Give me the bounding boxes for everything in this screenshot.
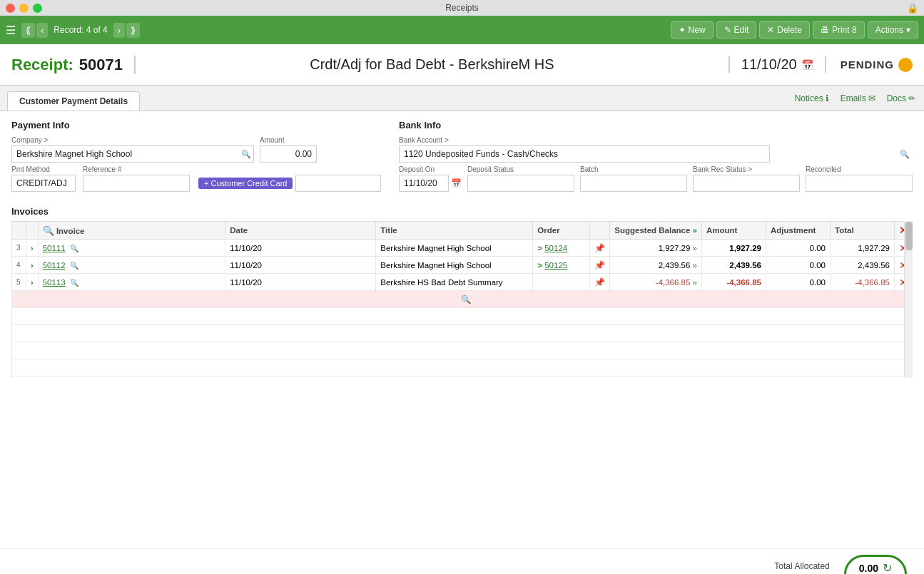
row-arrow[interactable]: ›: [26, 257, 39, 274]
credit-card-spacer: [198, 165, 381, 173]
search-row-num: [12, 291, 26, 308]
invoice-search-icon[interactable]: 🔍: [43, 225, 54, 236]
print-button[interactable]: 🖶 Print 8: [813, 21, 865, 39]
pmt-method-group: Pmt Method: [11, 165, 76, 192]
toolbar: ☰ ⟪ ‹ Record: 4 of 4 › ⟫ ✦ New ✎ Edit ✕ …: [0, 16, 924, 44]
nav-first-button[interactable]: ⟪: [21, 23, 35, 38]
bank-rec-input[interactable]: [693, 175, 800, 192]
bank-search-icon[interactable]: 🔍: [900, 150, 910, 159]
totals-circle: 0.00 ↻ 0.00: [844, 555, 907, 574]
row-num: 3: [12, 240, 26, 257]
adjustment-value[interactable]: 0.00: [766, 274, 831, 291]
batch-label: Batch: [580, 165, 687, 173]
credit-card-input[interactable]: [295, 175, 381, 192]
scrollbar-thumb[interactable]: [905, 222, 913, 250]
invoice-date: 11/10/20: [225, 257, 376, 274]
main-content: Payment Info Company > 🔍 Amount Pmt Meth…: [0, 111, 924, 548]
bank-account-input[interactable]: [399, 145, 770, 163]
edit-button[interactable]: ✎ Edit: [716, 21, 757, 39]
deposit-status-input[interactable]: [467, 175, 574, 192]
window-controls[interactable]: [6, 4, 42, 13]
row-arrow[interactable]: ›: [26, 240, 39, 257]
empty-row: [12, 359, 913, 376]
actions-button[interactable]: Actions ▾: [868, 21, 918, 39]
emails-icon: ✉: [868, 93, 875, 103]
adjustment-value[interactable]: 0.00: [766, 257, 831, 274]
bank-info-title: Bank Info: [399, 120, 913, 130]
hamburger-icon[interactable]: ☰: [6, 24, 16, 37]
credit-card-button[interactable]: + Customer Credit Card: [198, 178, 293, 189]
deposit-on-group: Deposit On 📅: [399, 165, 462, 192]
batch-input[interactable]: [580, 175, 687, 192]
nav-last-button[interactable]: ⟫: [126, 23, 140, 38]
table-header-row: 🔍 Invoice Date Title Order Suggested Bal…: [12, 222, 913, 240]
table-scrollbar[interactable]: [904, 221, 913, 378]
suggested-double-arrow[interactable]: »: [693, 226, 697, 235]
deposit-on-input[interactable]: [399, 175, 449, 192]
toolbar-actions: ✦ New ✎ Edit ✕ Delete 🖶 Print 8 Actions …: [671, 21, 918, 39]
maximize-button[interactable]: [33, 4, 42, 13]
new-icon: ✦: [679, 25, 686, 35]
invoice-pin[interactable]: 📌: [590, 257, 610, 274]
tab-customer-payment-details[interactable]: Customer Payment Details: [7, 91, 140, 111]
record-nav-next[interactable]: › ⟫: [113, 23, 140, 38]
total-allocated-row: 0.00 ↻: [859, 561, 892, 574]
invoice-search-btn[interactable]: 🔍: [70, 262, 78, 270]
reconciled-input[interactable]: [806, 175, 913, 192]
invoice-num[interactable]: 50111: [43, 244, 66, 252]
th-pin: [590, 222, 610, 240]
lock-icon: 🔒: [907, 3, 918, 14]
empty-row: [12, 308, 913, 325]
table-row: 4 › 50112 🔍 11/10/20 Berkshire Magnet Hi…: [12, 257, 913, 274]
record-nav[interactable]: ⟪ ‹: [21, 23, 48, 38]
total-allocated-label: Total Allocated: [773, 559, 829, 574]
deposit-on-label: Deposit On: [399, 165, 462, 173]
company-label: Company >: [11, 136, 254, 144]
minimize-button[interactable]: [19, 4, 29, 13]
totals-labels: Total Allocated Out of Balance: [773, 559, 829, 574]
new-invoice-search-icon[interactable]: 🔍: [461, 295, 471, 304]
company-group: Company > 🔍: [11, 136, 254, 163]
nav-next-button[interactable]: ›: [113, 23, 125, 38]
invoice-num[interactable]: 50113: [43, 278, 66, 287]
invoice-pin[interactable]: 📌: [590, 274, 610, 291]
docs-link[interactable]: Docs ✏: [887, 93, 915, 103]
nav-prev-button[interactable]: ‹: [36, 23, 48, 38]
edit-icon: ✎: [724, 25, 731, 35]
notices-info-icon: ℹ: [826, 93, 829, 103]
new-button[interactable]: ✦ New: [671, 21, 714, 39]
th-rownum: [12, 222, 26, 240]
notices-link[interactable]: Notices ℹ: [795, 93, 829, 103]
amount-value[interactable]: 2,439.56: [702, 257, 766, 274]
invoice-num[interactable]: 50112: [43, 261, 66, 270]
search-row-cell[interactable]: 🔍: [38, 291, 894, 308]
invoice-pin[interactable]: 📌: [590, 240, 610, 257]
amount-input[interactable]: [260, 145, 317, 163]
adjustment-value[interactable]: 0.00: [766, 240, 831, 257]
invoice-search-btn[interactable]: 🔍: [70, 245, 78, 252]
pmt-method-input[interactable]: [11, 175, 76, 192]
window-title: Receipts: [445, 3, 479, 13]
deposit-calendar-icon[interactable]: 📅: [451, 178, 462, 188]
th-adjustment: Adjustment: [766, 222, 831, 240]
company-input[interactable]: [11, 145, 254, 163]
batch-group: Batch: [580, 165, 687, 192]
invoice-title: Berkshire HS Bad Debt Summary: [376, 274, 533, 291]
row-arrow[interactable]: ›: [26, 274, 39, 291]
bank-rec-label: Bank Rec Status >: [693, 165, 800, 173]
emails-link[interactable]: Emails ✉: [841, 93, 875, 103]
company-search-icon[interactable]: 🔍: [241, 150, 251, 159]
delete-button[interactable]: ✕ Delete: [759, 21, 810, 39]
amount-value[interactable]: -4,366.85: [702, 274, 766, 291]
close-button[interactable]: [6, 4, 15, 13]
total-value: 2,439.56: [831, 257, 895, 274]
suggested-balance: -4,366.85 »: [610, 274, 702, 291]
refresh-icon[interactable]: ↻: [883, 561, 892, 574]
calendar-icon[interactable]: 📅: [801, 59, 813, 71]
amount-value[interactable]: 1,927.29: [702, 240, 766, 257]
invoice-search-btn[interactable]: 🔍: [70, 279, 78, 287]
reference-input[interactable]: [83, 175, 190, 192]
invoice-date: 11/10/20: [225, 274, 376, 291]
receipt-label: Receipt:: [11, 56, 73, 74]
receipt-header: Receipt: 50071 Crdt/Adj for Bad Debt - B…: [0, 44, 924, 86]
